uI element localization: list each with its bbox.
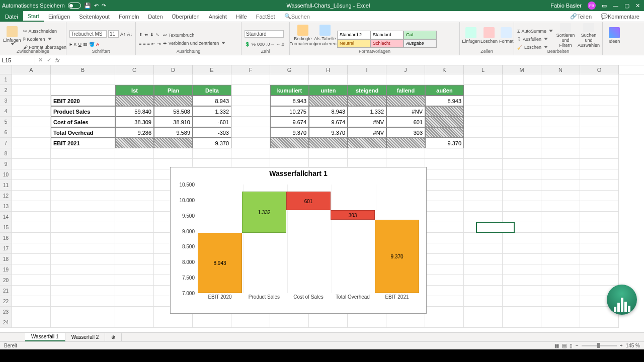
cell[interactable] [464,222,503,233]
cell[interactable] [464,74,503,85]
cell[interactable] [580,106,619,117]
view-break-icon[interactable]: ▯ [570,343,573,348]
cell[interactable] [12,317,51,328]
copy-button[interactable]: ⎘ Kopieren [23,35,67,43]
undo-icon[interactable]: ↶ [94,3,99,9]
cell[interactable] [348,96,386,106]
insert-cells-button[interactable]: Einfügen [463,23,479,48]
new-sheet-button[interactable]: ⊕ [105,333,122,341]
cell[interactable] [115,233,154,243]
sheet-tab-1[interactable]: Wasserfall 2 [65,333,106,341]
worksheet-grid[interactable]: A B C D E F G H I J K L M N O 12IstPlanD… [0,65,644,331]
cell[interactable] [541,127,580,138]
indent-dec-icon[interactable]: ⇤ [151,41,155,46]
cell[interactable] [541,233,580,243]
col-C[interactable]: C [115,65,154,74]
cell[interactable] [425,117,464,127]
col-K[interactable]: K [425,65,464,74]
cell[interactable]: 9.286 [115,127,154,138]
cell[interactable] [51,243,115,254]
cell[interactable]: #NV [386,106,425,117]
cell[interactable] [580,264,619,275]
grow-font-icon[interactable]: A↑ [120,32,126,37]
cell[interactable] [541,117,580,127]
cell[interactable] [541,74,580,85]
cell[interactable] [541,148,580,159]
cell[interactable]: 303 [386,127,425,138]
bar-cost-of-sales[interactable]: 601 [286,192,331,210]
cell[interactable] [425,243,464,254]
row-head[interactable]: 12 [0,191,12,201]
cell[interactable] [51,307,115,317]
style-standard[interactable]: Standard [370,31,404,39]
cell[interactable]: 8.943 [270,96,309,106]
cell[interactable] [464,96,503,106]
cell[interactable] [580,212,619,222]
cell[interactable] [115,201,154,212]
cell[interactable] [386,138,425,148]
cell[interactable] [464,264,503,275]
cell[interactable] [503,243,541,254]
cell[interactable] [115,138,154,148]
percent-icon[interactable]: % [252,42,256,47]
row-head[interactable]: 13 [0,201,12,212]
cell[interactable] [503,307,541,317]
dec-inc-icon[interactable]: .0→ [266,42,275,47]
cell[interactable] [503,264,541,275]
menu-start[interactable]: Start [23,11,44,22]
cell[interactable] [580,169,619,180]
italic-icon[interactable]: K [74,42,77,47]
merge-button[interactable]: ⬌ Verbinden und zentrieren [163,39,226,47]
row-head[interactable]: 5 [0,117,12,127]
cell[interactable]: 9.589 [154,127,193,138]
bold-icon[interactable]: F [69,42,72,47]
cell[interactable] [503,275,541,286]
fill-button[interactable]: ↧ Ausfüllen [517,35,553,43]
cell[interactable]: kumuliert [270,85,309,96]
wrap-text-button[interactable]: ↩ Textumbruch [163,31,226,39]
menu-hilfe[interactable]: Hilfe [231,11,252,22]
bar-ebit2020[interactable]: 8.943 [198,233,242,293]
cell[interactable] [580,191,619,201]
cell[interactable] [464,169,503,180]
close-icon[interactable]: ✕ [635,3,640,9]
row-label[interactable]: EBIT 2020 [51,96,115,106]
col-O[interactable]: O [580,65,619,74]
cell[interactable] [154,317,193,328]
cell[interactable] [541,138,580,148]
row-head[interactable]: 3 [0,96,12,106]
row-label[interactable]: Total Overhead [51,127,115,138]
redo-icon[interactable]: ↷ [102,3,106,9]
style-gut[interactable]: Gut [404,31,437,39]
cell[interactable] [51,180,115,191]
cell[interactable] [464,201,503,212]
number-format-select[interactable]: Standard [245,30,284,38]
cell[interactable] [51,169,115,180]
cell[interactable] [503,159,541,169]
cell[interactable] [503,117,541,127]
menu-teilen[interactable]: 🔗 Teilen [566,13,596,20]
cell[interactable] [386,148,425,159]
cell[interactable] [348,138,386,148]
cell[interactable] [541,96,580,106]
cell[interactable] [115,96,154,106]
view-layout-icon[interactable]: ▤ [562,343,567,348]
shrink-font-icon[interactable]: A↓ [127,32,132,37]
cell[interactable] [580,96,619,106]
cell[interactable]: -303 [193,127,231,138]
cell[interactable] [503,201,541,212]
fill-color-icon[interactable]: 🪣 [89,42,95,47]
cell[interactable] [464,275,503,286]
cell[interactable] [541,254,580,264]
cell[interactable]: 8.943 [193,96,231,106]
cell[interactable] [51,159,115,169]
align-mid-icon[interactable]: ⬌ [144,32,148,37]
cell[interactable] [580,201,619,212]
view-normal-icon[interactable]: ▦ [554,343,559,348]
name-box[interactable]: L15 [0,55,35,65]
row-head[interactable]: 10 [0,169,12,180]
cell[interactable] [580,117,619,127]
cell[interactable] [12,286,51,296]
cell[interactable] [541,201,580,212]
cell[interactable] [154,148,193,159]
